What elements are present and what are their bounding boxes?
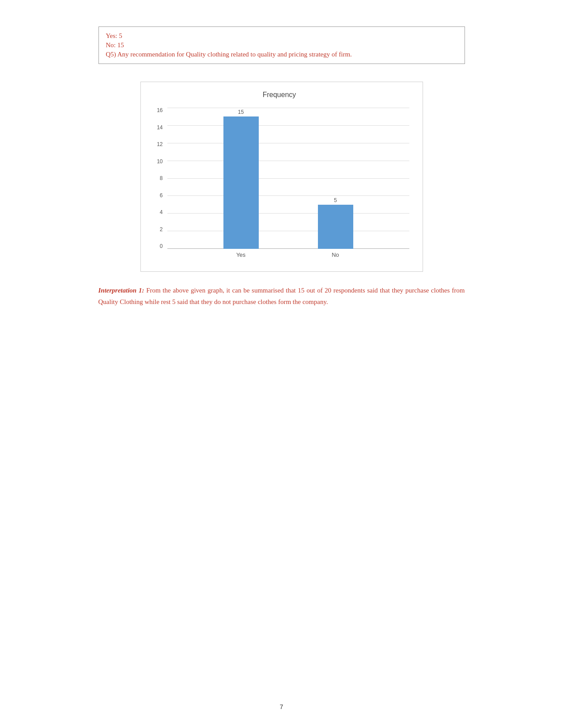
y-label-4: 4 (150, 210, 163, 215)
interpretation-text: From the above given graph, it can be su… (98, 287, 465, 305)
yes-label: Yes: 5 (106, 32, 457, 40)
y-label-0: 0 (150, 244, 163, 249)
y-label-2: 2 (150, 227, 163, 232)
page: Yes: 5 No: 15 Q5) Any recommendation for… (72, 0, 491, 728)
page-number: 7 (280, 703, 283, 710)
x-label-yes: Yes (223, 251, 259, 258)
info-box: Yes: 5 No: 15 Q5) Any recommendation for… (98, 26, 465, 64)
x-labels: Yes No (167, 251, 409, 258)
bar-yes (223, 116, 259, 249)
y-label-16: 16 (150, 108, 163, 113)
chart-container: Frequency 0 2 4 6 8 10 12 14 16 (140, 82, 423, 272)
interpretation-bold: Interpretation 1: (98, 287, 144, 294)
y-axis: 0 2 4 6 8 10 12 14 16 (150, 108, 163, 249)
bar-no-group: 5 (318, 197, 353, 249)
x-label-no: No (318, 251, 353, 258)
bar-yes-value: 15 (238, 109, 244, 115)
chart-inner: 15 5 (167, 108, 409, 249)
chart-area: 0 2 4 6 8 10 12 14 16 (150, 108, 409, 249)
q5-label: Q5) Any recommendation for Quality cloth… (106, 51, 457, 58)
y-label-10: 10 (150, 159, 163, 164)
interpretation: Interpretation 1: From the above given g… (98, 285, 465, 308)
y-label-12: 12 (150, 142, 163, 147)
bar-no-value: 5 (334, 197, 337, 203)
no-label: No: 15 (106, 41, 457, 49)
chart-title: Frequency (150, 91, 409, 99)
bars: 15 5 (167, 108, 409, 249)
y-label-6: 6 (150, 193, 163, 198)
y-label-14: 14 (150, 125, 163, 130)
bar-yes-group: 15 (223, 109, 259, 249)
y-label-8: 8 (150, 176, 163, 181)
bar-no (318, 205, 353, 249)
